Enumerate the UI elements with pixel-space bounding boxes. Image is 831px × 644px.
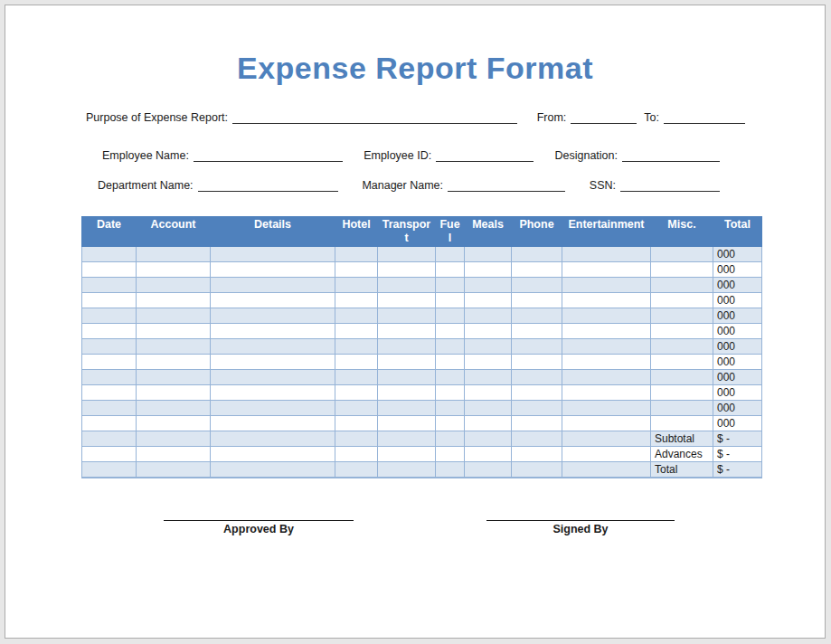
cell-details[interactable] xyxy=(211,247,335,262)
cell-meals[interactable] xyxy=(465,416,512,431)
cell-hotel[interactable] xyxy=(335,262,378,278)
cell-phone[interactable] xyxy=(512,385,562,401)
cell-meals[interactable] xyxy=(465,339,512,355)
cell-misc[interactable] xyxy=(651,370,713,385)
cell-entertainment[interactable] xyxy=(562,401,651,416)
cell-account[interactable] xyxy=(137,324,211,339)
cell-phone[interactable] xyxy=(512,355,562,370)
cell-account[interactable] xyxy=(137,385,211,401)
cell-account[interactable] xyxy=(137,370,211,385)
cell-entertainment[interactable] xyxy=(562,308,651,324)
cell-date[interactable] xyxy=(82,416,137,431)
cell-meals[interactable] xyxy=(465,385,512,401)
cell-date[interactable] xyxy=(82,278,137,293)
cell-details[interactable] xyxy=(211,370,335,385)
cell-fuel[interactable] xyxy=(436,385,465,401)
cell-date[interactable] xyxy=(82,324,137,339)
cell-transport[interactable] xyxy=(378,416,436,431)
employee-name-blank[interactable] xyxy=(194,149,343,162)
cell-account[interactable] xyxy=(137,416,211,431)
cell-transport[interactable] xyxy=(378,324,436,339)
ssn-blank[interactable] xyxy=(620,179,720,192)
cell-date[interactable] xyxy=(82,355,137,370)
cell-transport[interactable] xyxy=(378,247,436,262)
cell-date[interactable] xyxy=(82,370,137,385)
cell-transport[interactable] xyxy=(378,355,436,370)
cell-hotel[interactable] xyxy=(335,308,378,324)
cell-misc[interactable] xyxy=(651,416,713,431)
cell-misc[interactable] xyxy=(651,355,713,370)
cell-fuel[interactable] xyxy=(436,355,465,370)
cell-meals[interactable] xyxy=(465,370,512,385)
cell-date[interactable] xyxy=(82,339,137,355)
cell-hotel[interactable] xyxy=(335,324,378,339)
cell-date[interactable] xyxy=(82,308,137,324)
cell-transport[interactable] xyxy=(378,370,436,385)
cell-meals[interactable] xyxy=(465,278,512,293)
cell-entertainment[interactable] xyxy=(562,339,651,355)
cell-hotel[interactable] xyxy=(335,278,378,293)
cell-hotel[interactable] xyxy=(335,355,378,370)
cell-fuel[interactable] xyxy=(436,293,465,308)
cell-hotel[interactable] xyxy=(335,370,378,385)
cell-misc[interactable] xyxy=(651,278,713,293)
cell-date[interactable] xyxy=(82,262,137,278)
cell-account[interactable] xyxy=(137,278,211,293)
cell-details[interactable] xyxy=(211,278,335,293)
cell-entertainment[interactable] xyxy=(562,262,651,278)
cell-misc[interactable] xyxy=(651,308,713,324)
cell-fuel[interactable] xyxy=(436,401,465,416)
purpose-blank[interactable] xyxy=(232,111,517,124)
cell-phone[interactable] xyxy=(512,262,562,278)
cell-misc[interactable] xyxy=(651,247,713,262)
cell-transport[interactable] xyxy=(378,278,436,293)
cell-meals[interactable] xyxy=(465,324,512,339)
cell-date[interactable] xyxy=(82,401,137,416)
cell-fuel[interactable] xyxy=(436,308,465,324)
cell-transport[interactable] xyxy=(378,385,436,401)
manager-name-blank[interactable] xyxy=(448,179,565,192)
cell-meals[interactable] xyxy=(465,355,512,370)
cell-fuel[interactable] xyxy=(436,370,465,385)
cell-account[interactable] xyxy=(137,339,211,355)
cell-entertainment[interactable] xyxy=(562,324,651,339)
cell-details[interactable] xyxy=(211,355,335,370)
cell-details[interactable] xyxy=(211,324,335,339)
cell-phone[interactable] xyxy=(512,324,562,339)
cell-hotel[interactable] xyxy=(335,247,378,262)
cell-misc[interactable] xyxy=(651,401,713,416)
cell-transport[interactable] xyxy=(378,401,436,416)
cell-phone[interactable] xyxy=(512,293,562,308)
cell-transport[interactable] xyxy=(378,308,436,324)
cell-transport[interactable] xyxy=(378,262,436,278)
cell-meals[interactable] xyxy=(465,293,512,308)
cell-date[interactable] xyxy=(82,385,137,401)
from-blank[interactable] xyxy=(571,111,637,124)
cell-hotel[interactable] xyxy=(335,416,378,431)
cell-phone[interactable] xyxy=(512,247,562,262)
cell-fuel[interactable] xyxy=(436,339,465,355)
cell-meals[interactable] xyxy=(465,247,512,262)
cell-hotel[interactable] xyxy=(335,401,378,416)
cell-entertainment[interactable] xyxy=(562,355,651,370)
to-blank[interactable] xyxy=(664,111,745,124)
cell-phone[interactable] xyxy=(512,339,562,355)
cell-account[interactable] xyxy=(137,308,211,324)
cell-misc[interactable] xyxy=(651,293,713,308)
cell-meals[interactable] xyxy=(465,401,512,416)
cell-meals[interactable] xyxy=(465,262,512,278)
cell-hotel[interactable] xyxy=(335,385,378,401)
cell-details[interactable] xyxy=(211,293,335,308)
cell-fuel[interactable] xyxy=(436,416,465,431)
department-name-blank[interactable] xyxy=(198,179,338,192)
cell-fuel[interactable] xyxy=(436,324,465,339)
cell-entertainment[interactable] xyxy=(562,278,651,293)
cell-meals[interactable] xyxy=(465,308,512,324)
designation-blank[interactable] xyxy=(622,149,720,162)
cell-misc[interactable] xyxy=(651,324,713,339)
cell-phone[interactable] xyxy=(512,416,562,431)
cell-phone[interactable] xyxy=(512,401,562,416)
cell-entertainment[interactable] xyxy=(562,370,651,385)
cell-phone[interactable] xyxy=(512,308,562,324)
cell-account[interactable] xyxy=(137,247,211,262)
